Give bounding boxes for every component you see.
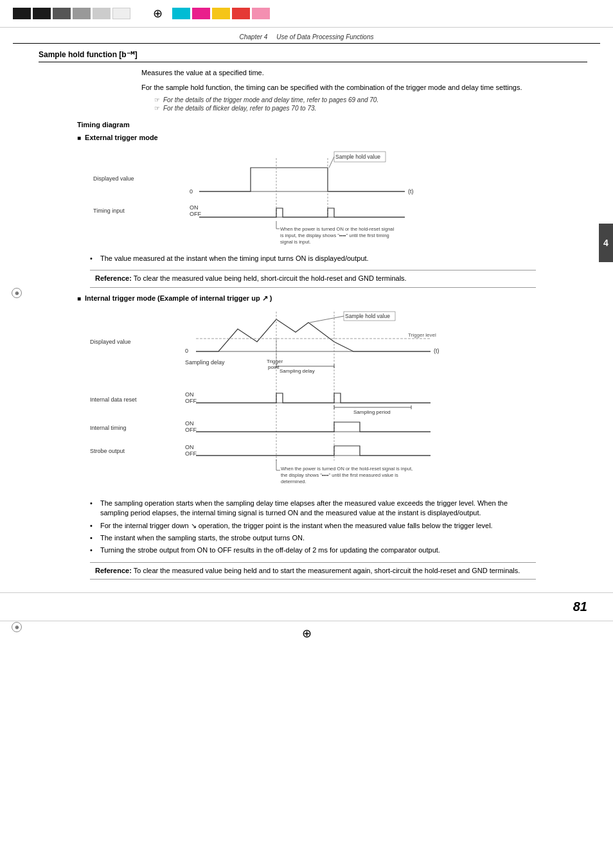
svg-text:Internal timing: Internal timing: [90, 425, 127, 431]
timing-diagram-section: Timing diagram External trigger mode Dis…: [39, 121, 587, 580]
svg-text:When the power is turned ON or: When the power is turned ON or the hold-…: [280, 226, 395, 232]
svg-text:ON: ON: [185, 444, 194, 450]
svg-text:OFF: OFF: [185, 450, 197, 457]
svg-text:0: 0: [185, 348, 188, 354]
svg-text:0: 0: [190, 188, 193, 195]
color-block-cyan: [172, 8, 190, 19]
svg-text:the display shows "▪▪▪▪" until: the display shows "▪▪▪▪" until the first…: [281, 472, 398, 478]
note-2: For the details of flicker delay, refer …: [154, 105, 587, 112]
chapter-tab: 4: [599, 224, 613, 262]
svg-text:Trigger: Trigger: [267, 359, 283, 364]
reference-box-2: Reference: To clear the measured value b…: [90, 562, 536, 580]
chapter-title: Use of Data Processing Functions: [276, 33, 373, 40]
color-block-yellow: [212, 8, 230, 19]
color-block-red: [232, 8, 250, 19]
bullet-internal-2: • The instant when the sampling starts, …: [90, 533, 536, 543]
external-trigger-svg: Displayed value 0 Timing input ON OFF (t…: [90, 145, 424, 245]
bullet-internal-1: • For the internal trigger down ↘ operat…: [90, 521, 536, 531]
svg-text:OFF: OFF: [190, 211, 201, 217]
color-block-black: [13, 8, 31, 19]
svg-text:Sampling delay: Sampling delay: [185, 359, 225, 366]
color-blocks-right: [172, 8, 270, 19]
bullet-internal-section: • The sampling operation starts when the…: [90, 499, 536, 556]
timing-diagram-title: Timing diagram: [77, 121, 587, 128]
main-content: Sample hold function [b⁻ᴹ] Measures the …: [0, 44, 613, 592]
disp-val-label: Displayed value: [93, 175, 134, 182]
svg-text:Displayed value: Displayed value: [90, 339, 131, 345]
bottom-crosshair: ⊕: [302, 626, 312, 641]
svg-text:(t): (t): [434, 348, 440, 354]
svg-text:Sample hold value: Sample hold value: [345, 313, 390, 319]
svg-text:determined.: determined.: [281, 479, 306, 484]
external-trigger-label: External trigger mode: [77, 134, 587, 141]
bottom-bar: ⊕: [0, 621, 613, 646]
top-bar: ⊕: [0, 0, 613, 28]
svg-text:Internal data reset: Internal data reset: [90, 396, 137, 403]
svg-text:Sampling period: Sampling period: [353, 409, 391, 415]
internal-trigger-diagram: Displayed value 0 Sampling delay Interna…: [90, 306, 587, 491]
svg-text:(t): (t): [408, 188, 414, 195]
svg-text:ON: ON: [185, 420, 194, 427]
bullet-external-section: • The value measured at the instant when…: [90, 254, 536, 263]
bullet-internal-0: • The sampling operation starts when the…: [90, 499, 536, 518]
svg-line-37: [310, 316, 344, 323]
internal-trigger-label: Internal trigger mode (Example of intern…: [77, 294, 587, 303]
left-circle-top: ⊕: [12, 288, 22, 298]
description-2: For the sample hold function, the timing…: [141, 82, 587, 93]
svg-text:signal is input.: signal is input.: [280, 239, 311, 245]
svg-text:is input, the display shows "▪: is input, the display shows "▪▪▪▪" until…: [280, 233, 389, 238]
chapter-header: Chapter 4 Use of Data Processing Functio…: [13, 31, 600, 44]
svg-line-11: [329, 157, 334, 168]
svg-text:Sample hold value: Sample hold value: [335, 154, 380, 160]
color-block-black2: [33, 8, 51, 19]
svg-text:ON: ON: [190, 204, 199, 211]
chapter-label: Chapter 4: [239, 33, 267, 40]
color-block-white: [112, 8, 130, 19]
color-block-lightgray: [93, 8, 111, 19]
svg-text:Sampling delay: Sampling delay: [280, 368, 315, 374]
svg-text:When the power is turned ON or: When the power is turned ON or the hold-…: [281, 466, 413, 472]
crosshair-symbol: ⊕: [153, 6, 163, 21]
bullet-internal-3: • Turning the strobe output from ON to O…: [90, 545, 536, 555]
svg-text:point: point: [268, 364, 280, 370]
svg-text:Timing input: Timing input: [93, 208, 125, 214]
section-title: Sample hold function [b⁻ᴹ]: [39, 50, 587, 62]
svg-text:Strobe output: Strobe output: [90, 448, 125, 454]
note-1: For the details of the trigger mode and …: [154, 96, 587, 103]
color-block-gray: [73, 8, 91, 19]
description-1: Measures the value at a specified time.: [141, 67, 587, 78]
svg-text:OFF: OFF: [185, 427, 197, 433]
page-number: 81: [0, 592, 613, 621]
left-circle-bottom: ⊕: [12, 622, 22, 632]
color-block-darkgray: [53, 8, 71, 19]
reference-box-1: Reference: To clear the measured value b…: [90, 270, 536, 287]
color-block-pink: [252, 8, 270, 19]
color-block-magenta: [192, 8, 210, 19]
svg-text:OFF: OFF: [185, 398, 197, 404]
bullet-external: • The value measured at the instant when…: [90, 254, 536, 263]
color-blocks-left: [13, 8, 130, 19]
svg-text:Trigger level: Trigger level: [408, 332, 436, 338]
svg-text:ON: ON: [185, 391, 194, 398]
external-trigger-diagram: Displayed value 0 Timing input ON OFF (t…: [90, 145, 587, 246]
internal-trigger-svg: Displayed value 0 Sampling delay Interna…: [90, 306, 450, 490]
